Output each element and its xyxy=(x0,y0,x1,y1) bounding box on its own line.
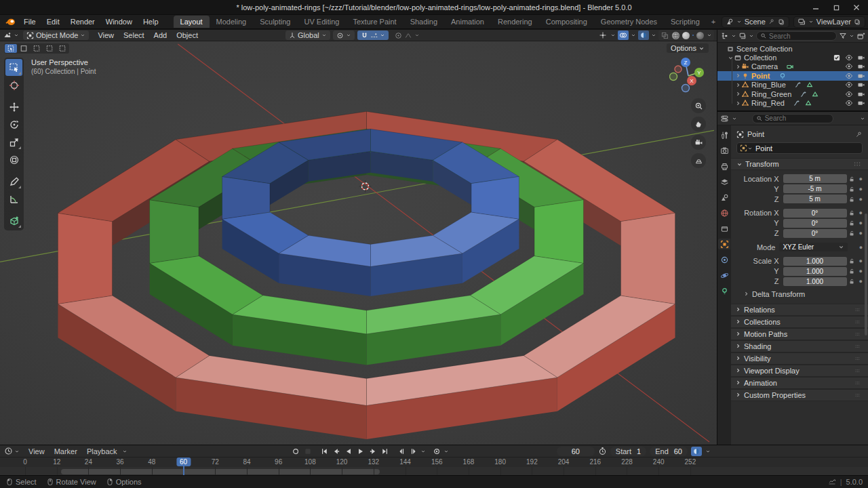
close-button[interactable] xyxy=(852,3,861,12)
properties-tab-data[interactable] xyxy=(718,285,730,296)
properties-tab-tool[interactable] xyxy=(718,129,730,140)
hide-viewport-icon[interactable] xyxy=(845,72,853,80)
lock-icon[interactable] xyxy=(848,186,855,192)
panel-animation[interactable]: Animation xyxy=(731,377,868,389)
select-mode-tweak[interactable] xyxy=(5,44,17,53)
shading-rendered-button[interactable] xyxy=(696,32,704,39)
disable-render-icon[interactable] xyxy=(857,99,865,107)
panel-viewport-display[interactable]: Viewport Display xyxy=(731,365,868,377)
disable-render-icon[interactable] xyxy=(857,81,865,89)
transform-value-field[interactable]: 1.000 xyxy=(783,257,847,266)
drag-grip-icon[interactable] xyxy=(853,331,863,337)
add-workspace-button[interactable]: + xyxy=(707,16,720,28)
action-icon[interactable] xyxy=(793,99,801,107)
transform-value-field[interactable]: 1.000 xyxy=(783,267,847,276)
panel-motion-paths[interactable]: Motion Paths xyxy=(731,328,868,340)
viewport-menu-select[interactable]: Select xyxy=(119,30,149,40)
properties-tab-scene[interactable] xyxy=(718,192,730,203)
animate-property-dot[interactable]: ● xyxy=(857,186,864,192)
tool-cursor[interactable] xyxy=(5,77,22,94)
lock-icon[interactable] xyxy=(848,258,855,264)
tool-add-cube[interactable] xyxy=(5,212,22,229)
active-keying-set[interactable] xyxy=(302,447,313,456)
options-dropdown[interactable]: Options xyxy=(667,43,709,53)
expand--icon[interactable] xyxy=(735,82,741,88)
lock-icon[interactable] xyxy=(848,278,855,285)
previous-frame-button[interactable] xyxy=(396,447,407,456)
dMesh-icon[interactable] xyxy=(804,99,812,107)
outliner-row-scene-collection[interactable]: Scene Collection xyxy=(717,44,868,53)
tool-scale[interactable] xyxy=(5,134,22,150)
expand-collapse-icon[interactable] xyxy=(728,55,734,61)
jump-to-start-button[interactable] xyxy=(319,447,330,456)
expand--icon[interactable] xyxy=(735,64,741,70)
transform-value-field[interactable]: 0° xyxy=(783,219,847,228)
shading-solid-button[interactable] xyxy=(682,32,690,39)
next-keyframe-button[interactable] xyxy=(368,447,378,456)
rotation-mode-dropdown[interactable]: XYZ Euler xyxy=(779,243,848,251)
3d-scene[interactable] xyxy=(0,41,717,445)
properties-scrollbar[interactable] xyxy=(865,214,867,336)
workspace-tab-shading[interactable]: Shading xyxy=(403,16,444,28)
dMesh-icon[interactable] xyxy=(811,90,819,98)
menu-render[interactable]: Render xyxy=(65,16,100,27)
outliner-row-point[interactable]: Point xyxy=(717,71,868,80)
properties-tab-viewlayer[interactable] xyxy=(718,176,730,187)
transform-value-field[interactable]: 5 m xyxy=(783,174,847,183)
select-mode-paint[interactable] xyxy=(56,44,68,53)
play-button[interactable] xyxy=(355,447,366,456)
editor-type-icon[interactable] xyxy=(3,31,12,39)
toggle-xray-icon[interactable] xyxy=(660,30,669,40)
panel-visibility[interactable]: Visibility xyxy=(731,352,868,365)
play-reverse-button[interactable] xyxy=(343,447,354,456)
stopwatch-icon[interactable] xyxy=(598,447,607,455)
playhead-line[interactable] xyxy=(183,466,184,475)
properties-tab-world[interactable] xyxy=(718,207,730,218)
outliner-row-ring_green[interactable]: Ring_Green xyxy=(717,89,868,98)
disable-render-icon[interactable] xyxy=(857,62,865,70)
menu-file[interactable]: File xyxy=(18,16,41,27)
animate-property-dot[interactable]: ● xyxy=(857,278,864,285)
lock-icon[interactable] xyxy=(848,196,855,203)
dCam-icon[interactable] xyxy=(786,62,794,70)
panel-custom-properties[interactable]: Custom Properties xyxy=(731,389,868,401)
workspace-tab-texture-paint[interactable]: Texture Paint xyxy=(346,16,403,28)
action-icon[interactable] xyxy=(800,90,808,98)
outliner-row-camera[interactable]: Camera xyxy=(717,62,868,71)
animate-property-dot[interactable]: ● xyxy=(858,244,864,251)
lock-icon[interactable] xyxy=(848,268,855,274)
drag-grip-icon[interactable] xyxy=(853,368,863,373)
properties-tab-physics[interactable] xyxy=(718,270,730,281)
expand--icon[interactable] xyxy=(735,100,741,106)
timeline-menu-view[interactable]: View xyxy=(24,447,50,456)
viewport-menu-object[interactable]: Object xyxy=(172,30,203,40)
tool-measure[interactable] xyxy=(5,190,22,207)
exclude-checkbox[interactable] xyxy=(833,54,841,62)
properties-tab-collection[interactable] xyxy=(718,223,730,234)
proportional-editing[interactable] xyxy=(391,30,423,40)
expand--icon[interactable] xyxy=(735,73,741,79)
timeline-track-area[interactable] xyxy=(0,467,868,475)
drag-grip-icon[interactable] xyxy=(853,356,863,361)
workspace-tab-animation[interactable]: Animation xyxy=(444,16,491,28)
xray-toggle[interactable] xyxy=(638,30,649,40)
outliner-row-ring_red[interactable]: Ring_Red xyxy=(717,98,868,107)
keying-set-button[interactable] xyxy=(290,447,301,456)
tool-transform[interactable] xyxy=(5,151,22,168)
transform-value-field[interactable]: 5 m xyxy=(783,195,847,203)
timeline-editor-type-icon[interactable] xyxy=(4,447,13,455)
transform-orientation[interactable]: Global xyxy=(285,30,330,40)
menu-window[interactable]: Window xyxy=(100,16,138,27)
transform-value-field[interactable]: -5 m xyxy=(783,184,847,193)
expand--icon[interactable] xyxy=(735,91,741,97)
viewport-canvas[interactable]: User Perspective (60) Collection | Point… xyxy=(0,41,717,445)
drag-grip-icon[interactable] xyxy=(853,161,863,167)
animate-property-dot[interactable]: ● xyxy=(857,268,864,274)
drag-grip-icon[interactable] xyxy=(853,344,863,349)
frame-start-field[interactable]: Start 1 xyxy=(610,447,646,456)
pin-icon[interactable] xyxy=(768,18,775,25)
camera-view-icon[interactable] xyxy=(691,135,706,150)
dLight-icon[interactable] xyxy=(778,72,787,80)
dMesh-icon[interactable] xyxy=(806,81,814,89)
drag-grip-icon[interactable] xyxy=(853,380,863,386)
